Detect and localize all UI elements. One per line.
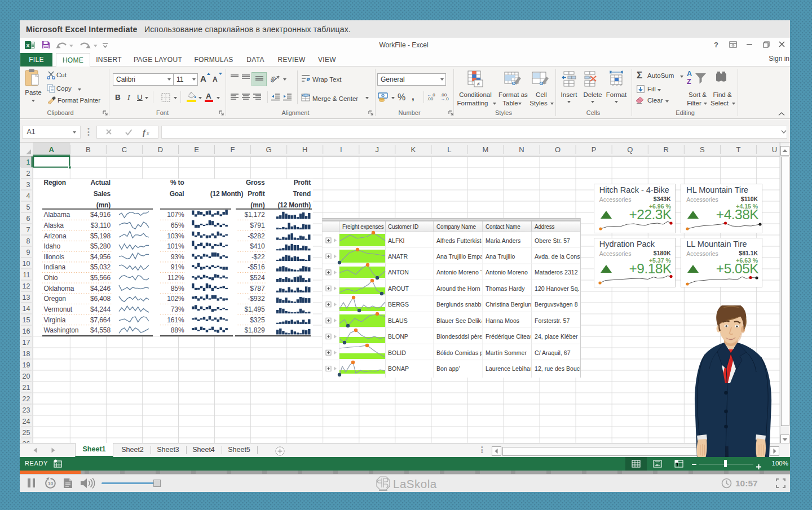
svg-text:ANTON: ANTON — [388, 269, 409, 276]
svg-text:AROUT: AROUT — [388, 285, 409, 291]
svg-text:M: M — [483, 145, 489, 154]
svg-text:7: 7 — [27, 226, 30, 234]
svg-text:ANATR: ANATR — [388, 253, 408, 260]
svg-text:Actual: Actual — [91, 179, 111, 187]
svg-text:x: x — [146, 130, 149, 136]
svg-text:O: O — [555, 145, 561, 154]
svg-text:$410: $410 — [250, 242, 265, 250]
svg-text:C: C — [122, 145, 127, 154]
svg-text:Sales: Sales — [94, 190, 111, 198]
svg-text:$1,172: $1,172 — [244, 211, 265, 219]
svg-text:Contact Name: Contact Name — [486, 224, 520, 230]
svg-text:112%: 112% — [167, 274, 184, 282]
svg-text:(mn): (mn) — [96, 201, 111, 209]
svg-text:$4,956: $4,956 — [90, 253, 111, 261]
svg-text:11: 11 — [23, 271, 30, 279]
svg-text:13: 13 — [23, 294, 30, 301]
svg-text:Maria Anders: Maria Anders — [486, 237, 520, 243]
svg-text:$1,829: $1,829 — [244, 326, 265, 334]
svg-text:Alabama: Alabama — [44, 211, 70, 219]
svg-text:U: U — [772, 145, 777, 154]
svg-text:65%: 65% — [171, 221, 184, 229]
svg-text:107%: 107% — [167, 211, 184, 219]
svg-text:Antonio Moreno: Antonio Moreno — [486, 269, 528, 276]
svg-text:(mn): (mn) — [250, 201, 264, 209]
svg-text:J: J — [376, 145, 379, 154]
svg-text:S: S — [700, 145, 705, 154]
svg-text:T: T — [736, 145, 740, 154]
svg-text:Q: Q — [627, 145, 633, 154]
svg-text:$5,566: $5,566 — [90, 274, 111, 282]
svg-text:Berguvsvägen 8: Berguvsvägen 8 — [535, 301, 578, 308]
svg-text:6: 6 — [27, 215, 30, 223]
svg-text:$6,408: $6,408 — [90, 295, 111, 303]
svg-text:E: E — [194, 145, 199, 154]
svg-text:Profit: Profit — [248, 190, 264, 198]
svg-text:161%: 161% — [167, 316, 184, 324]
svg-text:120 Hanover Sq.: 120 Hanover Sq. — [535, 285, 580, 291]
svg-text:3: 3 — [27, 181, 30, 189]
svg-text:Virginia: Virginia — [44, 316, 66, 324]
svg-text:$4,916: $4,916 — [90, 211, 111, 219]
svg-text:A: A — [49, 145, 55, 154]
svg-text:25: 25 — [23, 429, 30, 437]
svg-text:17: 17 — [23, 339, 30, 347]
svg-text:Indiana: Indiana — [44, 263, 66, 271]
svg-text:Freight expenses: Freight expenses — [342, 224, 384, 230]
svg-text:73%: 73% — [171, 305, 184, 313]
svg-text:22: 22 — [23, 395, 30, 403]
svg-text:F: F — [231, 145, 235, 154]
svg-text:10: 10 — [23, 260, 30, 268]
svg-text:I: I — [340, 145, 342, 154]
svg-text:91%: 91% — [171, 263, 184, 271]
svg-text:12, rue des Bouchers: 12, rue des Bouchers — [535, 365, 581, 372]
svg-text:ALFKI: ALFKI — [388, 237, 404, 243]
svg-text:24, place Kléber: 24, place Kléber — [535, 333, 578, 340]
svg-text:$524: $524 — [250, 274, 265, 282]
svg-text:Ana Trujillo: Ana Trujillo — [486, 253, 515, 260]
svg-text:$1,495: $1,495 — [244, 305, 265, 313]
svg-text:≠: ≠ — [477, 81, 480, 87]
svg-text:Idaho: Idaho — [44, 242, 61, 250]
svg-text:BLONP: BLONP — [388, 333, 408, 340]
svg-text:Forsterstr. 57: Forsterstr. 57 — [535, 317, 570, 323]
svg-text:$5,032: $5,032 — [90, 263, 111, 271]
svg-text:Washington: Washington — [44, 326, 79, 334]
svg-text:-$516: -$516 — [248, 263, 265, 271]
svg-text:Obere Str. 57: Obere Str. 57 — [535, 237, 570, 243]
svg-text:Avda. de la Constituc: Avda. de la Constituc — [535, 253, 581, 260]
svg-text:Region: Region — [44, 179, 66, 187]
svg-text:-$282: -$282 — [248, 232, 265, 240]
svg-text:(12 Month): (12 Month) — [210, 190, 244, 198]
svg-text:5: 5 — [27, 203, 30, 211]
svg-text:BONAP: BONAP — [388, 365, 409, 372]
svg-text:$787: $787 — [250, 285, 265, 292]
svg-text:19: 19 — [23, 361, 30, 369]
svg-text:Illonois: Illonois — [44, 253, 65, 261]
svg-text:R: R — [664, 145, 669, 154]
svg-text:B: B — [86, 145, 91, 154]
svg-text:-$932: -$932 — [248, 295, 265, 303]
svg-text:N: N — [519, 145, 524, 154]
svg-text:Profit: Profit — [294, 179, 311, 187]
svg-text:Ohio: Ohio — [44, 274, 58, 282]
svg-text:(12 Month): (12 Month) — [277, 201, 311, 209]
svg-text:H: H — [302, 145, 307, 154]
svg-text:Thomas Hardy: Thomas Hardy — [486, 285, 525, 291]
svg-text:14: 14 — [23, 305, 30, 313]
svg-text:Hanna Moos: Hanna Moos — [486, 317, 519, 323]
svg-text:Company Name: Company Name — [436, 224, 476, 230]
svg-text:23: 23 — [23, 406, 30, 414]
svg-text:Martín Sommer: Martín Sommer — [486, 349, 527, 356]
svg-text:93%: 93% — [171, 253, 184, 261]
svg-text:102%: 102% — [167, 295, 184, 303]
svg-text:$4,244: $4,244 — [90, 305, 111, 313]
svg-text:Frédérique Citeaux: Frédérique Citeaux — [486, 333, 537, 340]
svg-text:20: 20 — [23, 372, 30, 380]
svg-text:Gross: Gross — [246, 179, 265, 187]
svg-text:88%: 88% — [171, 326, 184, 334]
svg-text:$325: $325 — [250, 316, 265, 324]
svg-text:Address: Address — [535, 224, 554, 230]
svg-text:$4,558: $4,558 — [90, 326, 111, 334]
svg-text:Around the Horn: Around the Horn — [436, 285, 480, 291]
